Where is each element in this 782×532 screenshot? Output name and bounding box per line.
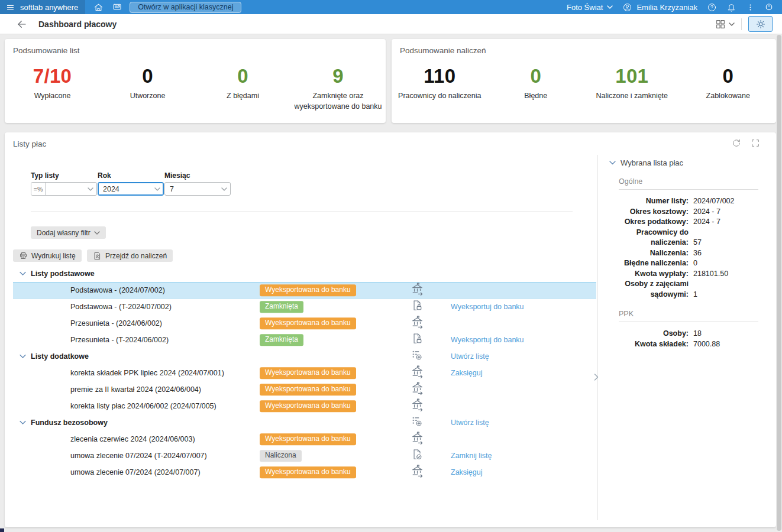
action-link[interactable]: Utwórz listę (451, 352, 489, 361)
tree-group-row[interactable]: Listy dodatkoweUtwórz listę (13, 348, 596, 365)
payroll-list-row[interactable]: Podstawowa - (T-2024/07/002)ZamkniętaWye… (13, 299, 596, 315)
payroll-list-row[interactable]: Przesunieta - (T-2024/06/002)ZamkniętaWy… (13, 332, 596, 348)
payroll-list-row[interactable]: Przesunieta - (2024/06/002)Wyeksportowan… (13, 315, 596, 332)
goto-calculations-button[interactable]: Przejdź do naliczeń (87, 249, 173, 262)
action-link[interactable]: Zaksięguj (451, 369, 483, 377)
chevron-down-icon[interactable] (151, 187, 163, 191)
row-icon-cell[interactable] (408, 465, 426, 481)
panel-splitter[interactable] (597, 155, 598, 520)
stat-label: Wypłacone (5, 90, 100, 101)
bank-export-icon[interactable] (411, 465, 424, 478)
scrollbar-thumb[interactable] (777, 35, 781, 531)
open-classic-app-button[interactable]: Otwórz w aplikacji klasycznej (130, 2, 241, 13)
chevron-down-icon[interactable] (218, 187, 230, 191)
row-icon-cell[interactable] (408, 416, 426, 430)
home-icon[interactable] (93, 2, 104, 12)
chevron-down-icon[interactable] (609, 161, 616, 165)
month-filter-select[interactable]: 7 (164, 182, 231, 196)
user-menu[interactable]: Emilia Krzyżaniak (622, 2, 697, 12)
back-button[interactable] (17, 19, 27, 30)
row-icon-cell[interactable] (408, 382, 426, 398)
doc-lock-icon[interactable] (411, 332, 424, 345)
notifications-icon[interactable] (726, 2, 736, 12)
chevron-down-icon[interactable] (85, 187, 96, 191)
bank-export-icon[interactable] (411, 283, 424, 296)
action-link[interactable]: Wyeksportuj do banku (451, 303, 524, 311)
panel-header[interactable]: Wybrana lista płac (609, 158, 758, 167)
help-icon[interactable] (707, 2, 717, 12)
app-brand: softlab anywhere (20, 3, 78, 12)
row-icon-cell[interactable] (408, 332, 426, 348)
layout-switcher[interactable] (715, 19, 735, 30)
year-filter-select[interactable]: 2024 (98, 182, 164, 196)
action-link[interactable]: Wyeksportuj do banku (451, 336, 524, 344)
list-add-icon[interactable] (411, 416, 424, 428)
list-add-icon[interactable] (411, 349, 424, 362)
bank-export-icon[interactable] (411, 316, 424, 329)
action-link[interactable]: Zamknij listę (451, 452, 492, 460)
tree-group-row[interactable]: Listy podstawowe (13, 265, 596, 282)
status-badge-cell: Wyeksportowana do banku (260, 433, 356, 445)
company-selector[interactable]: Foto Świat (567, 3, 613, 12)
status-badge-cell: Wyeksportowana do banku (260, 466, 356, 478)
payroll-list-row[interactable]: umowa zlecenie 07/2024 (T-2024/07/007)Na… (13, 447, 596, 464)
print-list-button[interactable]: Wydrukuj listę (13, 249, 82, 262)
filter-label-month: Miesiąc (164, 171, 190, 180)
stat-value: 0 (680, 66, 777, 86)
payroll-tree: Listy podstawowePodstawowa - (2024/07/00… (13, 265, 596, 481)
action-link[interactable]: Zaksięguj (451, 468, 483, 476)
year-filter-value: 2024 (98, 185, 151, 193)
stat-label: Błędne (488, 90, 584, 101)
bank-export-icon[interactable] (411, 398, 424, 412)
section-divider (619, 322, 758, 322)
payroll-list-name: Podstawowa - (T-2024/07/002) (70, 303, 172, 311)
status-badge: Zamknięta (260, 301, 303, 313)
row-icon-cell[interactable] (408, 299, 426, 314)
tree-group-row[interactable]: Fundusz bezosobowyUtwórz listę (13, 414, 596, 431)
filter-label-type: Typ listy (31, 171, 59, 180)
doc-lock-icon[interactable] (411, 299, 424, 312)
chevron-down-icon[interactable] (20, 355, 26, 359)
detail-value: 0 (693, 258, 697, 269)
type-filter-select[interactable]: =% (31, 182, 97, 196)
add-custom-filter-button[interactable]: Dodaj własny filtr (31, 226, 106, 239)
fullscreen-icon[interactable] (751, 138, 760, 148)
bank-export-icon[interactable] (411, 432, 424, 445)
user-icon (622, 2, 632, 12)
row-icon-cell[interactable] (408, 349, 426, 364)
detail-label: Numer listy: (609, 196, 689, 207)
bank-export-icon[interactable] (411, 382, 424, 395)
collapse-panel-icon[interactable] (594, 374, 599, 381)
row-icon-cell[interactable] (408, 398, 426, 414)
row-icon-cell[interactable] (408, 432, 426, 447)
payroll-list-row[interactable]: umowa zlecenie 07/2024 (2024/07/007)Wyek… (13, 464, 596, 481)
payroll-list-row[interactable]: premie za II kwartał 2024 (2024/06/004)W… (13, 381, 596, 398)
payroll-list-row[interactable]: Podstawowa - (2024/07/002)Wyeksportowana… (13, 282, 596, 299)
status-badge-cell: Naliczona (260, 449, 302, 462)
filter-operator-icon[interactable]: =% (31, 183, 46, 195)
menu-icon[interactable] (6, 3, 15, 12)
row-icon-cell[interactable] (408, 448, 426, 463)
page-scrollbar[interactable] (776, 34, 782, 532)
payroll-list-row[interactable]: korekta składek PPK lipiec 2024 (2024/07… (13, 365, 596, 381)
chevron-down-icon[interactable] (20, 272, 26, 276)
status-badge: Wyeksportowana do banku (260, 433, 356, 446)
row-icon-cell[interactable] (408, 365, 426, 381)
row-icon-cell[interactable] (408, 316, 426, 332)
action-link[interactable]: Utwórz listę (451, 419, 489, 427)
payroll-list-name: Podstawowa - (2024/07/002) (70, 286, 165, 294)
cards-icon[interactable] (112, 2, 122, 12)
doc-check-icon[interactable] (411, 448, 424, 461)
refresh-icon[interactable] (732, 138, 741, 148)
detail-rows: Numer listy:2024/07/002Okres kosztowy:20… (609, 196, 758, 300)
detail-label: Kwota wypłaty: (609, 269, 689, 280)
theme-toggle-button[interactable] (748, 16, 773, 32)
more-options-icon[interactable] (746, 3, 755, 12)
detail-row: Numer listy:2024/07/002 (609, 196, 758, 207)
chevron-down-icon[interactable] (20, 421, 26, 425)
bank-export-icon[interactable] (411, 365, 424, 379)
logout-icon[interactable] (764, 2, 774, 12)
payroll-list-row[interactable]: korekta listy płac 2024/06/002 (2024/07/… (13, 398, 596, 414)
row-icon-cell[interactable] (408, 283, 426, 299)
payroll-list-row[interactable]: zlecenia czerwiec 2024 (2024/06/003)Wyek… (13, 431, 596, 447)
